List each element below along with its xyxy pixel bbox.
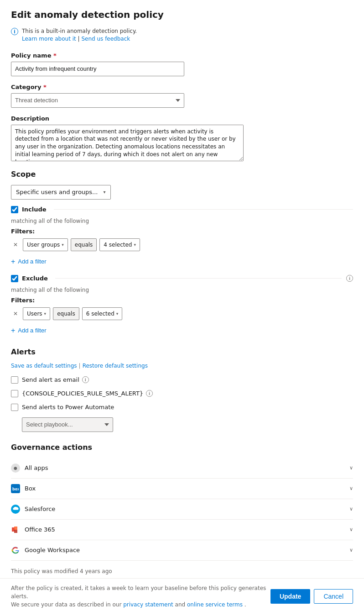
cancel-button[interactable]: Cancel	[314, 589, 353, 604]
email-alert-row: Send alert as email i	[11, 376, 353, 384]
exclude-matching-text: matching all of the following	[11, 287, 353, 293]
send-feedback-link[interactable]: Send us feedback	[81, 36, 130, 42]
governance-section: Governance actions ● All apps ∨ box Box …	[11, 443, 353, 561]
google-workspace-chevron-icon: ∨	[349, 547, 353, 553]
exclude-checkbox[interactable]	[11, 275, 18, 282]
exclude-row: Exclude i	[11, 275, 353, 282]
office365-chevron-icon: ∨	[349, 527, 353, 532]
power-automate-checkbox[interactable]	[11, 404, 18, 411]
exclude-plus-icon: +	[11, 327, 15, 335]
all-apps-name: All apps	[25, 464, 48, 471]
email-alert-checkbox[interactable]	[11, 376, 18, 384]
include-checkbox[interactable]	[11, 206, 18, 213]
box-icon: box	[11, 484, 20, 493]
exclude-filter-operator: equals	[53, 307, 79, 320]
include-filters-label: Filters:	[11, 228, 353, 235]
learn-more-link[interactable]: Learn more about it	[22, 36, 76, 42]
info-icon: i	[11, 28, 18, 35]
google-workspace-name: Google Workspace	[25, 547, 80, 553]
svg-rect-3	[14, 530, 17, 533]
scope-dropdown[interactable]: Specific users and groups... ▾	[11, 185, 111, 200]
include-filter-field-label: User groups	[27, 242, 60, 248]
playbook-select[interactable]: Select playbook...	[22, 417, 113, 432]
sms-alert-row: {CONSOLE_POLICIES_RULE_SMS_ALERT} i	[11, 390, 353, 397]
alerts-section: Alerts Save as default settings | Restor…	[11, 348, 353, 432]
exclude-filter-field-chip[interactable]: Users ▾	[23, 307, 50, 320]
include-add-filter-button[interactable]: + Add a filter	[11, 256, 47, 268]
include-row: Include	[11, 206, 353, 213]
category-label: Category	[11, 84, 353, 90]
include-filter-value-chip[interactable]: 4 selected ▾	[99, 238, 140, 251]
alerts-title: Alerts	[11, 348, 353, 356]
exclude-filter-value-chip[interactable]: 6 selected ▾	[82, 307, 123, 320]
office365-icon	[11, 525, 20, 534]
salesforce-icon	[11, 505, 20, 514]
svg-rect-2	[14, 527, 17, 530]
privacy-statement-link[interactable]: privacy statement	[123, 601, 173, 608]
governance-salesforce-item[interactable]: Salesforce ∨	[11, 499, 353, 520]
exclude-filter-value-label: 6 selected	[86, 311, 114, 317]
exclude-label: Exclude	[22, 275, 48, 282]
restore-default-link[interactable]: Restore default settings	[83, 363, 148, 369]
include-matching-text: matching all of the following	[11, 218, 353, 224]
info-banner-text: This is a built-in anomaly detection pol…	[22, 28, 137, 34]
exclude-filter-field-label: Users	[27, 311, 42, 317]
scope-section: Scope Specific users and groups... ▾ Inc…	[11, 170, 353, 337]
box-name: Box	[25, 485, 36, 492]
email-alert-label: Send alert as email i	[22, 376, 89, 383]
include-divider	[54, 209, 353, 210]
include-label: Include	[22, 206, 47, 213]
email-alert-info-icon: i	[82, 376, 89, 383]
include-add-filter-label: Add a filter	[18, 258, 46, 265]
google-workspace-icon	[11, 546, 20, 555]
include-filter-operator: equals	[71, 238, 97, 251]
footer-info-text: After the policy is created, it takes a …	[11, 584, 270, 609]
exclude-filter-remove-button[interactable]: ✕	[11, 309, 20, 318]
description-label: Description	[11, 115, 353, 122]
exclude-info-icon: i	[346, 275, 353, 282]
info-banner: i This is a built-in anomaly detection p…	[11, 27, 353, 43]
category-select[interactable]: Threat detection	[11, 93, 184, 108]
policy-name-input[interactable]	[11, 62, 184, 76]
include-filter-field-chip[interactable]: User groups ▾	[23, 238, 68, 251]
category-field: Category Threat detection	[11, 84, 353, 108]
svg-text:box: box	[12, 487, 19, 491]
sms-alert-checkbox[interactable]	[11, 390, 18, 397]
sms-alert-info-icon: i	[146, 390, 153, 397]
exclude-divider	[55, 278, 342, 279]
footer-modified-text: This policy was modified 4 years ago	[11, 568, 353, 574]
exclude-filter-field-chevron-icon: ▾	[44, 311, 47, 316]
footer-bar: After the policy is created, it takes a …	[0, 578, 364, 611]
include-filter-value-label: 4 selected	[104, 242, 132, 248]
include-filter-remove-button[interactable]: ✕	[11, 240, 20, 249]
policy-name-label: Policy name	[11, 52, 353, 59]
exclude-filter-value-chevron-icon: ▾	[116, 311, 119, 316]
service-terms-link[interactable]: online service terms	[187, 601, 243, 608]
office365-name: Office 365	[25, 526, 55, 533]
sms-alert-label: {CONSOLE_POLICIES_RULE_SMS_ALERT} i	[22, 390, 153, 397]
power-automate-row: Send alerts to Power Automate	[11, 404, 353, 411]
governance-box-item[interactable]: box Box ∨	[11, 479, 353, 499]
power-automate-label: Send alerts to Power Automate	[22, 404, 114, 411]
include-filter-row: ✕ User groups ▾ equals 4 selected ▾	[11, 238, 353, 251]
page-title: Edit anomaly detection policy	[11, 9, 353, 20]
salesforce-name: Salesforce	[25, 506, 55, 512]
alerts-links: Save as default settings | Restore defau…	[11, 363, 353, 369]
exclude-add-filter-label: Add a filter	[18, 327, 46, 334]
scope-chevron-icon: ▾	[104, 190, 106, 195]
scope-title: Scope	[11, 170, 353, 179]
exclude-filter-row: ✕ Users ▾ equals 6 selected ▾	[11, 307, 353, 320]
description-textarea[interactable]: This policy profiles your environment an…	[11, 125, 244, 161]
governance-all-apps-item[interactable]: ● All apps ∨	[11, 458, 353, 479]
all-apps-chevron-icon: ∨	[349, 465, 353, 471]
footer-buttons: Update Cancel	[270, 589, 353, 604]
governance-google-item[interactable]: Google Workspace ∨	[11, 540, 353, 561]
exclude-filters-label: Filters:	[11, 297, 353, 304]
box-chevron-icon: ∨	[349, 485, 353, 491]
policy-name-field: Policy name	[11, 52, 353, 76]
salesforce-chevron-icon: ∨	[349, 506, 353, 512]
governance-office365-item[interactable]: Office 365 ∨	[11, 520, 353, 540]
save-default-link[interactable]: Save as default settings	[11, 363, 77, 369]
exclude-add-filter-button[interactable]: + Add a filter	[11, 325, 47, 337]
update-button[interactable]: Update	[270, 589, 310, 604]
